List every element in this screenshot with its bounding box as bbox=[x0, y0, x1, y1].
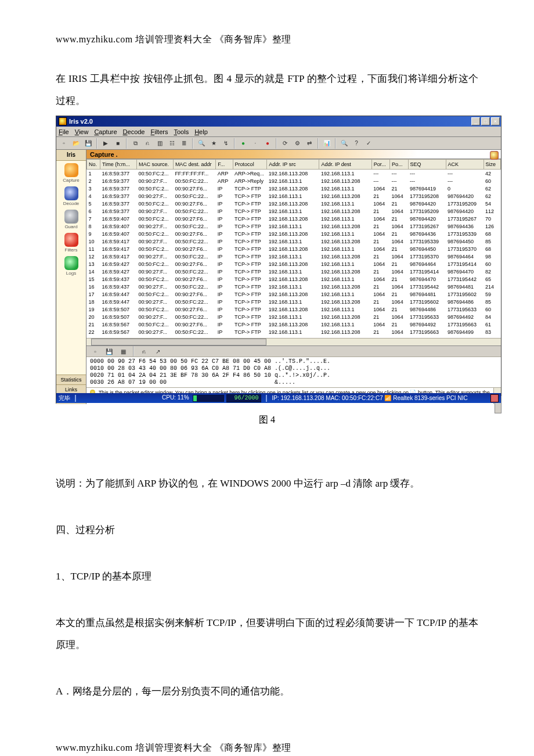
menu-filters[interactable]: Filters bbox=[151, 128, 168, 135]
zoom-icon[interactable]: 🔍 bbox=[339, 138, 349, 149]
packet-row[interactable]: 1316:8:59:42700:50:FC:2...00:90:27:F6...… bbox=[87, 260, 501, 268]
adapter-icon[interactable]: ⇄ bbox=[304, 138, 315, 149]
find-icon[interactable]: 🔍 bbox=[196, 138, 207, 149]
play-icon[interactable]: ▶ bbox=[100, 138, 111, 149]
decode-icon bbox=[64, 186, 78, 200]
sidebar-item-label: Guard bbox=[64, 224, 77, 229]
view-tree-icon[interactable]: ☷ bbox=[167, 138, 177, 149]
paragraph-before-figure: 在 IRIS 工具栏中按 按钮停止抓包。图 4 显示的就是 FTP 的整个过程，… bbox=[56, 68, 478, 112]
sidebar-header: Iris bbox=[56, 150, 86, 161]
filters-icon bbox=[64, 233, 78, 247]
stats-icon[interactable]: 📊 bbox=[322, 138, 332, 149]
packet-row[interactable]: 1716:8:59:44700:50:FC:2...00:90:27:F6...… bbox=[87, 290, 501, 298]
sidebar-item-decode[interactable]: Decode bbox=[56, 184, 86, 207]
sidebar-item-filters[interactable]: Filters bbox=[56, 231, 86, 254]
column-header[interactable]: ACK bbox=[446, 160, 484, 170]
packet-row[interactable]: 916:8:59:40700:50:FC:2...00:90:27:F6...I… bbox=[87, 230, 501, 237]
column-header[interactable]: Time (h:m... bbox=[100, 160, 137, 170]
hex-toolbar[interactable]: ▫💾▦⎌↗ bbox=[86, 345, 501, 357]
packet-row[interactable]: 2116:8:59:56700:50:FC:2...00:90:27:F6...… bbox=[87, 321, 501, 328]
column-header[interactable]: Por... bbox=[371, 160, 389, 170]
packet-row[interactable]: 1216:8:59:41700:90:27:F...00:50:FC:22...… bbox=[87, 253, 501, 260]
packet-row[interactable]: 516:8:59:37700:50:FC:2...00:90:27:F6...I… bbox=[87, 200, 501, 207]
column-header[interactable]: SEQ bbox=[408, 160, 446, 170]
refresh-icon[interactable]: ⟳ bbox=[280, 138, 290, 149]
packet-row[interactable]: 116:8:59:37700:50:FC:2...FF:FF:FF:FF...A… bbox=[87, 170, 501, 178]
view-hex-icon[interactable]: ▥ bbox=[154, 138, 165, 149]
send-icon[interactable]: ↗ bbox=[153, 346, 163, 357]
maximize-button[interactable]: □ bbox=[481, 117, 490, 125]
sidebar-tab-statistics[interactable]: Statistics bbox=[56, 375, 86, 384]
packet-row[interactable]: 1416:8:59:42700:90:27:F...00:50:FC:22...… bbox=[87, 268, 501, 275]
packet-row[interactable]: 1816:8:59:44700:90:27:F...00:50:FC:22...… bbox=[87, 298, 501, 305]
packet-row[interactable]: 2016:8:59:50700:90:27:F...00:50:FC:22...… bbox=[87, 313, 501, 321]
packet-row[interactable]: 1116:8:59:41700:50:FC:2...00:90:27:F6...… bbox=[87, 245, 501, 253]
status-nic: IP: 192.168.113.208 MAC: 00:50:FC:22:C7 … bbox=[272, 395, 467, 401]
file-open-icon[interactable]: 📂 bbox=[71, 138, 81, 149]
filter-toggle-icon[interactable]: ⧉ bbox=[130, 138, 140, 149]
packet-row[interactable]: 416:8:59:37700:90:27:F...00:50:FC:22...I… bbox=[87, 192, 501, 200]
packet-row[interactable]: 1916:8:59:50700:50:FC:2...00:90:27:F6...… bbox=[87, 305, 501, 313]
paragraph-body1: 本文的重点虽然是根据实例来解析 TCP/IP，但要讲明白下面的过程必须简要讲一下… bbox=[56, 612, 478, 656]
page-footer: www.myzhiku.com 培训管理资料大全 《商务智库》整理 bbox=[56, 742, 478, 754]
file-save-icon[interactable]: 💾 bbox=[104, 346, 114, 357]
view-list-icon[interactable]: ≣ bbox=[179, 138, 189, 149]
circle-red-icon[interactable]: ● bbox=[262, 138, 273, 149]
column-header[interactable]: Addr. IP dest bbox=[319, 160, 371, 170]
decode-icon[interactable]: ⎌ bbox=[139, 346, 149, 357]
packet-row[interactable]: 616:8:59:37700:90:27:F...00:50:FC:22...I… bbox=[87, 207, 501, 215]
stop-icon[interactable]: ■ bbox=[113, 138, 123, 149]
minimize-button[interactable]: _ bbox=[471, 117, 480, 125]
cpu-meter bbox=[193, 395, 224, 402]
packet-row[interactable]: 316:8:59:37700:50:FC:2...00:90:27:F6...I… bbox=[87, 185, 501, 192]
packet-row[interactable]: 1616:8:59:43700:90:27:F...00:50:FC:22...… bbox=[87, 283, 501, 290]
packet-row[interactable]: 816:8:59:40700:90:27:F...00:50:FC:22...I… bbox=[87, 222, 501, 230]
column-header[interactable]: No. bbox=[87, 160, 100, 170]
packet-row[interactable]: 716:8:59:40700:50:FC:2...00:90:27:F6...I… bbox=[87, 215, 501, 222]
menu-help[interactable]: Help bbox=[194, 128, 208, 135]
column-header[interactable]: F... bbox=[216, 160, 233, 170]
packet-row[interactable]: 2216:8:59:56700:90:27:F...00:50:FC:22...… bbox=[87, 328, 501, 336]
capture-indicator-icon[interactable] bbox=[490, 151, 499, 160]
title-bar[interactable]: Iris v2.0 _ □ × bbox=[56, 116, 501, 127]
packet-grid[interactable]: No.Time (h:m...MAC source.MAC dest. addr… bbox=[86, 159, 501, 338]
sidebar-item-guard[interactable]: Guard bbox=[56, 207, 86, 231]
logs-icon bbox=[64, 256, 78, 270]
file-new-icon[interactable]: ▫ bbox=[90, 346, 100, 357]
menu-capture[interactable]: Capture bbox=[94, 128, 117, 135]
options-icon[interactable]: ⚙ bbox=[292, 138, 302, 149]
goto-icon[interactable]: ↯ bbox=[221, 138, 231, 149]
section-heading: 四、过程分析 bbox=[56, 519, 478, 541]
column-header[interactable]: Addr. IP src bbox=[267, 160, 319, 170]
view-grid-icon[interactable]: ▦ bbox=[118, 346, 128, 357]
circle-green-icon[interactable]: ● bbox=[238, 138, 248, 149]
about-icon[interactable]: ✓ bbox=[363, 138, 374, 149]
status-left: 完毕 bbox=[59, 394, 70, 402]
column-header[interactable]: Size bbox=[484, 160, 500, 170]
grid-hscrollbar[interactable] bbox=[86, 338, 501, 345]
menu-bar[interactable]: FileViewCaptureDecodeFiltersToolsHelp bbox=[56, 127, 501, 137]
file-save-icon[interactable]: 💾 bbox=[83, 138, 93, 149]
column-header[interactable]: Protocol bbox=[233, 160, 267, 170]
sidebar-item-capture[interactable]: Capture bbox=[56, 161, 86, 184]
dot-icon[interactable]: · bbox=[250, 138, 261, 149]
menu-file[interactable]: File bbox=[59, 128, 69, 135]
help-icon[interactable]: ? bbox=[351, 138, 362, 149]
menu-decode[interactable]: Decode bbox=[123, 128, 145, 135]
column-header[interactable]: Po... bbox=[390, 160, 408, 170]
sidebar-item-logs[interactable]: Logs bbox=[56, 254, 86, 277]
column-header[interactable]: MAC source. bbox=[136, 160, 173, 170]
pane-title-label: Capture . bbox=[90, 151, 118, 158]
decode-icon[interactable]: ⎌ bbox=[142, 138, 153, 149]
menu-view[interactable]: View bbox=[75, 128, 89, 135]
tool-bar[interactable]: ▫📂💾▶■⧉⎌▥☷≣🔍★↯●·●⟳⚙⇄📊🔍?✓ bbox=[56, 137, 501, 150]
close-button[interactable]: × bbox=[491, 117, 500, 125]
packet-row[interactable]: 1516:8:59:43700:50:FC:2...00:90:27:F6...… bbox=[87, 275, 501, 283]
file-new-icon[interactable]: ▫ bbox=[59, 138, 69, 149]
column-header[interactable]: MAC dest. addr bbox=[173, 160, 215, 170]
paragraph-body2: A．网络是分层的，每一层分别负责不同的通信功能。 bbox=[56, 681, 478, 703]
menu-tools[interactable]: Tools bbox=[174, 128, 189, 135]
packet-row[interactable]: 1016:8:59:41700:90:27:F...00:50:FC:22...… bbox=[87, 237, 501, 245]
packet-row[interactable]: 216:8:59:37700:90:27:F...00:50:FC:22...A… bbox=[87, 177, 501, 185]
bookmark-icon[interactable]: ★ bbox=[208, 138, 219, 149]
